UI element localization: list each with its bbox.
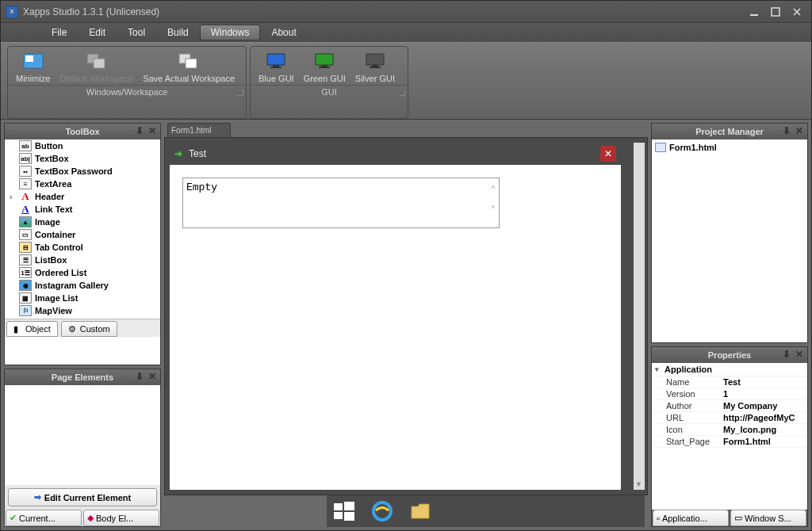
toolbox-item-textarea[interactable]: ≡TextArea	[5, 178, 160, 190]
textarea-scroll-icons: ˄˅	[490, 184, 496, 219]
image-icon: ▲	[19, 216, 32, 227]
svg-rect-5	[25, 55, 33, 62]
menu-tool[interactable]: Tool	[117, 25, 156, 40]
ribbon-default-workspace-button[interactable]: Default Workspace	[55, 50, 138, 85]
page-elements-tab-body[interactable]: ◆Body El...	[83, 510, 159, 526]
ribbon: Minimize Default Workspace Save Actual W…	[1, 42, 811, 120]
ribbon-btn-label: Save Actual Workspace	[143, 74, 235, 83]
taskbar	[327, 495, 645, 527]
panel-pin-icon[interactable]: ⬇	[133, 371, 146, 382]
form-vertical-scrollbar[interactable]	[634, 143, 645, 490]
svg-rect-22	[344, 512, 354, 521]
window-maximize-button[interactable]	[766, 5, 785, 19]
ribbon-dialog-launcher-icon[interactable]	[237, 90, 243, 96]
property-section[interactable]: ▾Application	[652, 363, 807, 376]
property-value[interactable]: http://PageofMyC	[723, 413, 807, 422]
ribbon-group-workspace: Minimize Default Workspace Save Actual W…	[7, 46, 247, 119]
instagram-icon: ◉	[19, 280, 32, 291]
panel-pin-icon[interactable]: ⬇	[133, 125, 146, 136]
toolbox-item-textbox[interactable]: ab|TextBox	[5, 152, 160, 165]
ribbon-minimize-button[interactable]: Minimize	[11, 50, 55, 85]
panel-title: Properties	[708, 350, 751, 360]
properties-tab-application[interactable]: ▫Applicatio...	[653, 510, 729, 526]
property-row[interactable]: NameTest	[652, 376, 807, 388]
toolbox-item-listbox[interactable]: ☰ListBox	[5, 254, 160, 266]
panel-close-icon[interactable]: ✕	[146, 371, 159, 382]
toolbox-item-orderedlist[interactable]: 1☰Ordered List	[5, 266, 160, 279]
toolbox-item-imagelist[interactable]: ▦Image List	[5, 292, 160, 304]
toolbox-item-container[interactable]: ▭Container	[5, 228, 160, 241]
chevron-down-icon[interactable]: ˅	[490, 204, 496, 219]
property-value[interactable]: Test	[723, 377, 807, 387]
edit-current-element-button[interactable]: ➡Edit Current Element	[8, 488, 157, 506]
panel-title: Page Elements	[52, 372, 113, 382]
menu-edit[interactable]: Edit	[78, 25, 117, 40]
property-value[interactable]: Form1.html	[723, 437, 807, 446]
properties-tab-windows[interactable]: ▭Window S...	[730, 510, 806, 526]
property-row[interactable]: Version1	[652, 388, 807, 400]
property-row[interactable]: URLhttp://PageofMyC	[652, 412, 807, 424]
ribbon-group-gui: Blue GUI Green GUI Silver GUI GUI	[250, 46, 408, 119]
svg-rect-14	[321, 65, 327, 67]
properties-grid: ▾Application NameTest Version1 AuthorMy …	[652, 363, 807, 510]
textarea-icon: ≡	[19, 178, 32, 189]
chevron-up-icon[interactable]: ˄	[490, 184, 496, 199]
app-window: X Xapps Studio 1.3.1 (Unlicensed) File E…	[0, 0, 812, 531]
page-icon: ▫	[657, 514, 660, 523]
project-manager-panel: Project Manager ⬇✕ Form1.html	[651, 123, 808, 343]
toolbox-item-image[interactable]: ▲Image	[5, 216, 160, 228]
toolbox-item-textbox-password[interactable]: ••TextBox Password	[5, 165, 160, 178]
panel-pin-icon[interactable]: ⬇	[780, 125, 793, 136]
internet-explorer-icon[interactable]	[371, 500, 393, 522]
ribbon-dialog-launcher-icon[interactable]	[399, 90, 405, 96]
gear-icon: ⚙	[68, 324, 78, 334]
property-value[interactable]: My_Icon.png	[723, 425, 807, 434]
ribbon-btn-label: Minimize	[16, 74, 50, 83]
window-close-button[interactable]	[787, 5, 806, 19]
menu-build[interactable]: Build	[156, 25, 200, 40]
menu-file[interactable]: File	[40, 25, 78, 40]
form-close-button[interactable]: ✕	[600, 146, 616, 162]
ribbon-blue-gui-button[interactable]: Blue GUI	[254, 50, 299, 85]
ribbon-silver-gui-button[interactable]: Silver GUI	[350, 50, 400, 85]
property-row[interactable]: Start_PageForm1.html	[652, 436, 807, 448]
toolbox-item-header[interactable]: AHeader	[5, 190, 160, 203]
property-value[interactable]: 1	[723, 389, 807, 399]
design-textarea[interactable]	[182, 178, 500, 228]
project-file-item[interactable]: Form1.html	[655, 143, 804, 152]
arrow-right-icon: ➔	[174, 148, 182, 159]
form-window-titlebar: ➔ Test ✕	[170, 143, 621, 165]
toolbox-item-mapview[interactable]: ⚐MapView	[5, 304, 160, 317]
toolbox-item-instagram[interactable]: ◉Instagram Gallery	[5, 279, 160, 292]
window-minimize-button[interactable]	[745, 5, 764, 19]
panel-close-icon[interactable]: ✕	[793, 349, 806, 360]
page-elements-tab-current[interactable]: ✔Current...	[6, 510, 82, 526]
svg-rect-1	[772, 8, 779, 16]
property-row[interactable]: IconMy_Icon.png	[652, 424, 807, 436]
form-body[interactable]: ˄˅	[170, 165, 621, 490]
ribbon-btn-label: Green GUI	[304, 74, 346, 83]
imagelist-icon: ▦	[19, 292, 32, 304]
property-row[interactable]: AuthorMy Company	[652, 400, 807, 412]
panel-pin-icon[interactable]: ⬇	[780, 349, 793, 360]
toolbox-tab-custom[interactable]: ⚙Custom	[61, 321, 117, 337]
panel-close-icon[interactable]: ✕	[793, 125, 806, 136]
toolbox-list[interactable]: abButton ab|TextBox ••TextBox Password ≡…	[5, 139, 160, 319]
menu-about[interactable]: About	[260, 25, 307, 40]
toolbox-item-linktext[interactable]: ALink Text	[5, 203, 160, 216]
toolbox-item-tabcontrol[interactable]: ⊟Tab Control	[5, 241, 160, 254]
toolbox-tab-object[interactable]: ▮Object	[6, 321, 58, 337]
property-value[interactable]: My Company	[723, 401, 807, 411]
property-key: Version	[666, 389, 723, 399]
password-icon: ••	[19, 166, 32, 177]
toolbox-item-button[interactable]: abButton	[5, 139, 160, 152]
windows-logo-icon[interactable]	[333, 500, 355, 522]
menu-windows[interactable]: Windows	[200, 25, 261, 40]
page-elements-panel: Page Elements ⬇✕ ➡Edit Current Element ✔…	[4, 369, 161, 527]
panel-close-icon[interactable]: ✕	[146, 125, 159, 136]
form-tab[interactable]: Form1.html	[167, 123, 231, 137]
ribbon-green-gui-button[interactable]: Green GUI	[299, 50, 350, 85]
folder-icon[interactable]	[409, 500, 431, 522]
ribbon-save-workspace-button[interactable]: Save Actual Workspace	[138, 50, 239, 85]
svg-rect-21	[334, 512, 343, 519]
